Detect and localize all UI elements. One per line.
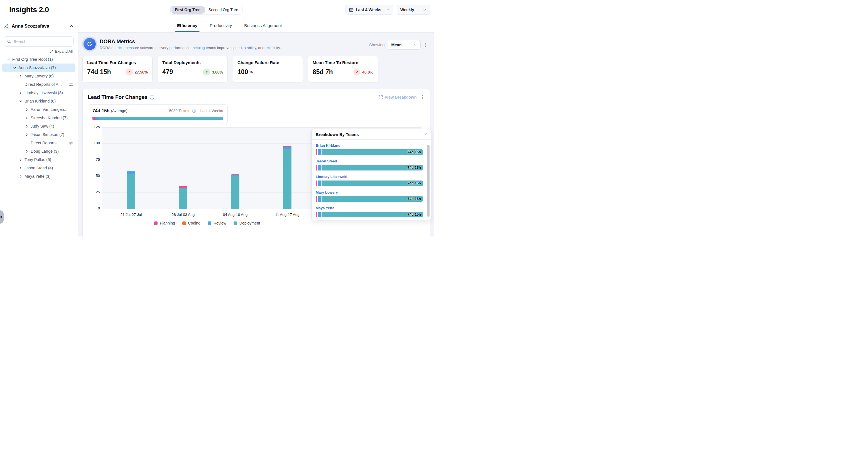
toggle-second-org-tree[interactable]: Second Org Tree — [205, 6, 242, 13]
lead-kebab-menu-icon[interactable] — [421, 94, 425, 100]
granularity-select[interactable]: Weekly — [397, 5, 430, 15]
team-link-maya-yette[interactable]: Maya Yette — [316, 206, 334, 210]
expand-corners-icon — [379, 95, 383, 99]
deployment-segment — [99, 117, 223, 120]
metric-card-delta: ↗40.8% — [353, 68, 373, 76]
legend-swatch — [154, 221, 158, 225]
sidebar-user-name: Anna Scozzafava — [12, 23, 49, 29]
tree-item-brian-kirkland[interactable]: Brian Kirkland (6) — [2, 97, 75, 105]
chevron-down-icon — [413, 43, 417, 46]
tree-item-maya-yette[interactable]: Maya Yette (3) — [2, 172, 75, 180]
scrollbar-thumb[interactable] — [427, 145, 430, 217]
x-axis-tick: 04 Aug-10 Aug — [223, 212, 248, 217]
tree-item-first-org-tree-root[interactable]: First Org Tree Root (1) — [2, 55, 75, 63]
tree-item-label: Lindsay Liszewski (8) — [25, 91, 63, 95]
tree-item-lindsay-liszewski[interactable]: Lindsay Liszewski (8) — [2, 89, 75, 97]
drawer-toggle-button[interactable] — [0, 210, 4, 224]
search-input[interactable] — [13, 39, 71, 44]
tree-item-direct-reports-of-a[interactable]: Direct Reports of A... — [2, 80, 75, 89]
tree-item-sireesha-kunduri[interactable]: Sireesha Kunduri (7) — [2, 114, 75, 122]
chevron-right-icon[interactable] — [25, 133, 29, 137]
delta-value: 27.56% — [135, 70, 148, 75]
tree-item-jason-simpson[interactable]: Jason Simpson (7) — [2, 130, 75, 139]
close-icon[interactable]: × — [424, 132, 427, 137]
team-value: 74d 15h — [408, 212, 421, 216]
tree-item-direct-reports[interactable]: Direct Reports ... — [2, 139, 75, 147]
review-segment — [95, 117, 99, 120]
dora-kebab-menu-icon[interactable] — [424, 41, 428, 48]
breakdown-row-lindsay-liszewski: Lindsay Liszewski74d 15h — [316, 174, 423, 186]
chevron-right-icon[interactable] — [19, 158, 23, 161]
chevron-right-icon[interactable] — [19, 166, 23, 170]
chevron-down-icon[interactable] — [12, 66, 17, 70]
team-link-lindsay-liszewski[interactable]: Lindsay Liszewski — [316, 175, 347, 179]
dora-header: DORA Metrics DORA metrics measure softwa… — [83, 38, 430, 50]
tree-item-tony-pallas[interactable]: Tony Pallas (5) — [2, 155, 75, 164]
chevron-right-icon[interactable] — [25, 116, 29, 120]
team-link-mary-lowery[interactable]: Mary Lowery — [316, 190, 338, 195]
breakdown-row-brian-kirkland: Brian Kirkland74d 15h — [316, 143, 423, 155]
chevron-right-icon[interactable] — [19, 91, 23, 95]
summary-meta: 5030 Tickets i Last 4 Weeks — [169, 109, 223, 113]
chevron-down-icon[interactable] — [19, 99, 23, 103]
legend-review[interactable]: Review — [208, 221, 226, 225]
team-stacked-bar: 74d 15h — [316, 212, 423, 217]
bar-11-aug-17-aug — [283, 146, 291, 209]
date-range-select[interactable]: Last 4 Weeks — [345, 5, 393, 15]
metric-card-value: 74d 15h — [87, 68, 111, 76]
tabs: Efficiency Productivity Business Alignme… — [78, 20, 434, 33]
metric-card-total-deployments: Total Deployments479↗3.68% — [158, 56, 228, 83]
filter-sliders-icon[interactable] — [69, 141, 73, 145]
chevron-right-icon[interactable] — [25, 108, 29, 112]
tree-item-doug-lange[interactable]: Doug Lange (3) — [2, 147, 75, 155]
showing-select[interactable]: Mean — [388, 40, 421, 50]
y-axis-tick: 25 — [88, 190, 100, 194]
expand-all-button[interactable]: Expand All — [50, 49, 73, 54]
legend-planning[interactable]: Planning — [154, 221, 175, 225]
chevron-right-icon[interactable] — [19, 175, 23, 178]
tree-item-mary-lowery[interactable]: Mary Lowery (6) — [2, 72, 75, 80]
legend-deployment[interactable]: Deployment — [234, 221, 260, 225]
app-title: Insights 2.0 — [9, 6, 49, 14]
info-icon[interactable]: i — [150, 95, 154, 99]
tab-business-alignment[interactable]: Business Alignment — [244, 23, 282, 32]
tree-item-label: Jason Stead (4) — [25, 166, 53, 170]
info-icon[interactable]: i — [192, 109, 196, 113]
view-breakdown-button[interactable]: View Breakdown — [379, 95, 417, 99]
tree-item-judy-saw[interactable]: Judy Saw (4) — [2, 122, 75, 130]
tree-item-aaron-van-langen[interactable]: Aaron Van Langen... — [2, 105, 75, 114]
y-axis-tick: 0 — [88, 206, 100, 210]
chevron-down-icon — [386, 8, 390, 11]
chevron-right-icon[interactable] — [19, 75, 23, 78]
dora-description: DORA metrics measure software delivery p… — [100, 46, 281, 50]
tree-item-anna-scozzafava[interactable]: Anna Scozzafava (7) — [2, 63, 75, 72]
breakdown-panel: Breakdown By Teams × Brian Kirkland74d 1… — [311, 129, 431, 220]
team-value: 74d 15h — [408, 166, 421, 170]
toggle-first-org-tree[interactable]: First Org Tree — [172, 6, 204, 13]
tab-efficiency[interactable]: Efficiency — [177, 23, 198, 32]
expand-all-row: Expand All — [5, 49, 73, 54]
team-stacked-bar: 74d 15h — [316, 196, 423, 202]
legend-coding[interactable]: Coding — [182, 221, 200, 225]
filter-sliders-icon[interactable] — [69, 83, 73, 87]
org-tree: First Org Tree Root (1)Anna Scozzafava (… — [0, 55, 78, 237]
divider — [198, 109, 198, 113]
bar-04-aug-10-aug — [231, 174, 240, 209]
sidebar: Anna Scozzafava Expand All First Org Tre… — [0, 20, 78, 237]
metric-card-lead-time-for-changes: Lead Time For Changes74d 15h↗27.56% — [83, 56, 153, 83]
legend-label: Review — [214, 221, 226, 225]
metric-card-delta: ↗3.68% — [203, 68, 223, 76]
metric-card-title: Mean Time To Restore — [313, 60, 373, 65]
chevron-right-icon[interactable] — [25, 124, 29, 128]
tab-productivity[interactable]: Productivity — [209, 23, 232, 32]
tree-item-jason-stead[interactable]: Jason Stead (4) — [2, 164, 75, 172]
chevron-down-icon[interactable] — [6, 58, 10, 61]
metric-card-suffix: % — [249, 70, 253, 74]
topbar: Insights 2.0 First Org Tree Second Org T… — [0, 0, 434, 20]
team-link-jason-stead[interactable]: Jason Stead — [316, 159, 337, 163]
team-link-brian-kirkland[interactable]: Brian Kirkland — [316, 144, 340, 148]
search-box[interactable] — [4, 36, 74, 47]
dora-title: DORA Metrics — [100, 38, 281, 45]
chevron-right-icon[interactable] — [25, 150, 29, 153]
chevron-up-icon[interactable] — [69, 25, 73, 28]
